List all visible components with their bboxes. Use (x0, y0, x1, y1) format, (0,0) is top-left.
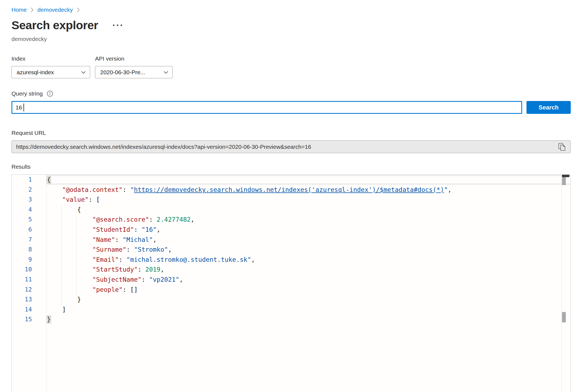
code-token: , (168, 246, 172, 253)
code-token: : (141, 276, 149, 283)
code-token: "Name" (92, 236, 115, 243)
code-token: , (191, 216, 194, 223)
code-line: "value": [ (46, 195, 570, 205)
overview-ruler-mark (562, 312, 566, 322)
request-url-label: Request URL (11, 130, 571, 136)
more-actions-button[interactable] (111, 23, 124, 28)
vertical-scrollbar-thumb[interactable] (562, 177, 566, 185)
line-number: 3 (12, 195, 46, 205)
code-token (47, 216, 92, 223)
line-number: 5 (12, 215, 46, 225)
code-line: { (46, 205, 570, 215)
code-line: ] (46, 305, 570, 315)
code-token: "Email" (92, 256, 119, 263)
code-token: { (47, 176, 51, 183)
api-version-dropdown-value: 2020-06-30-Pre... (100, 69, 145, 76)
code-token: : (119, 256, 126, 263)
breadcrumb-service[interactable]: demovedecky (37, 7, 73, 13)
code-token: : (138, 266, 145, 273)
code-token: { (77, 206, 81, 213)
line-number: 1 (12, 175, 46, 185)
code-token: , (179, 276, 183, 283)
code-token: , (251, 256, 255, 263)
code-token: "value" (62, 196, 88, 203)
code-line: "Name": "Michal", (46, 235, 570, 245)
odata-context-link[interactable]: https://demovedecky.search.windows.net/i… (134, 186, 444, 193)
search-button[interactable]: Search (526, 101, 571, 114)
code-token (47, 226, 92, 233)
code-token: : (134, 226, 142, 233)
line-number: 6 (12, 225, 46, 235)
code-token: , (448, 186, 452, 193)
code-token: "vp2021" (149, 276, 179, 283)
line-number: 2 (12, 185, 46, 195)
ellipsis-icon (113, 25, 114, 26)
code-token: " (130, 186, 134, 193)
code-token: : (123, 186, 130, 193)
page-subtitle: demovedecky (11, 36, 571, 42)
code-token (47, 196, 62, 203)
code-token: : (126, 246, 134, 253)
code-token: "@search.score" (92, 216, 149, 223)
line-number: 9 (12, 255, 46, 265)
code-token: 2019 (145, 266, 160, 273)
code-line: { (46, 175, 570, 185)
code-token: "16" (141, 226, 156, 233)
copy-button[interactable] (557, 142, 567, 152)
code-token (47, 266, 92, 273)
line-number: 15 (12, 314, 46, 325)
breadcrumb-home[interactable]: Home (11, 7, 27, 13)
text-cursor (23, 103, 24, 111)
code-line: "@odata.context": "https://demovedecky.s… (46, 185, 570, 195)
code-token: } (47, 316, 51, 323)
code-token: "Stromko" (134, 246, 168, 253)
code-token: "Michal" (123, 236, 153, 243)
ellipsis-icon (121, 25, 122, 26)
code-token: "StartStudy" (92, 266, 138, 273)
editor-gutter: 123456789101112131415 (12, 175, 46, 392)
code-token (47, 206, 77, 213)
code-token: , (157, 226, 161, 233)
breadcrumb: Home demovedecky (11, 7, 571, 13)
results-label: Results (11, 164, 571, 170)
code-line: } (46, 314, 570, 325)
api-version-label: API version (95, 55, 173, 62)
code-token: : [] (123, 286, 138, 293)
overview-ruler-border (561, 175, 562, 392)
ellipsis-icon (117, 25, 118, 26)
code-line: "Surname": "Stromko", (46, 245, 570, 255)
code-token: "SubjectName" (92, 276, 141, 283)
code-token: : [ (88, 196, 100, 203)
copy-icon (558, 142, 566, 151)
api-version-dropdown[interactable]: 2020-06-30-Pre... (95, 66, 173, 78)
code-token (47, 256, 92, 263)
editor-code: { "@odata.context": "https://demovedecky… (46, 175, 570, 392)
query-string-input[interactable] (11, 101, 522, 114)
results-json-editor[interactable]: 123456789101112131415 { "@odata.context"… (11, 174, 571, 392)
code-line: "@search.score": 2.4277482, (46, 215, 570, 225)
request-url-box: https://demovedecky.search.windows.net/i… (11, 140, 571, 153)
line-number: 8 (12, 245, 46, 255)
query-string-label: Query string (11, 90, 43, 97)
code-token: , (160, 266, 164, 273)
api-version-field: API version 2020-06-30-Pre... (95, 55, 173, 78)
line-number: 4 (12, 205, 46, 215)
index-dropdown[interactable]: azuresql-index (11, 66, 90, 78)
code-line: } (46, 295, 570, 305)
code-token: : (149, 216, 157, 223)
overview-cursor-mark (562, 175, 569, 177)
code-token: "Surname" (92, 246, 126, 253)
line-number: 11 (12, 275, 46, 285)
index-dropdown-value: azuresql-index (17, 69, 54, 76)
code-token: ] (62, 306, 66, 313)
code-line: "SubjectName": "vp2021", (46, 275, 570, 285)
code-line: "StudentId": "16", (46, 225, 570, 235)
code-token (47, 186, 62, 193)
code-token (47, 276, 92, 283)
line-number: 14 (12, 305, 46, 315)
line-number: 13 (12, 295, 46, 305)
code-token (47, 306, 62, 313)
info-icon[interactable] (47, 90, 53, 97)
code-token: "michal.stromko@.student.tuke.sk" (126, 256, 251, 263)
index-label: Index (11, 55, 90, 62)
